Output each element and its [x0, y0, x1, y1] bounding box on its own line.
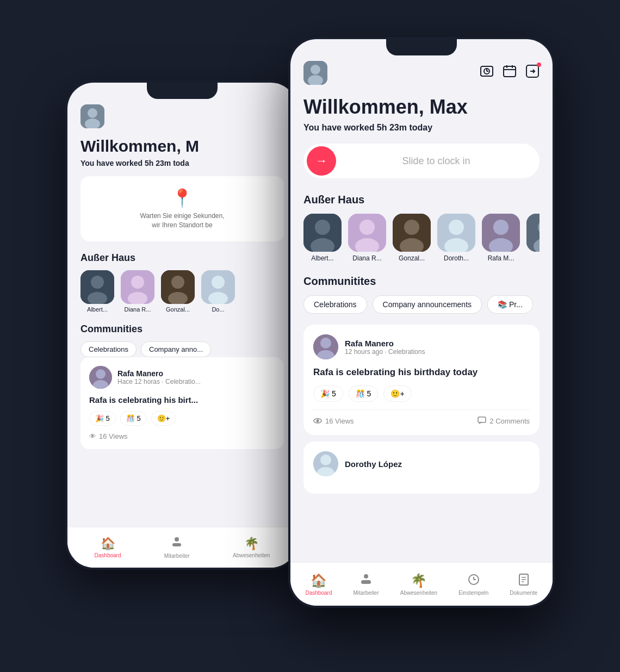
label-rafa-front: Rafa M... [488, 254, 514, 262]
pill-celebrations-back[interactable]: Celebrations [80, 341, 137, 357]
home-icon-back: 🏠 [101, 537, 115, 551]
post-avatar-1-front [313, 334, 338, 359]
post-stats-front: 16 Views 2 Comments [313, 409, 530, 425]
person-icon-back [171, 536, 183, 551]
avatar-albert-back [80, 270, 114, 304]
post-card-2-front: Dorothy López [303, 441, 540, 494]
calendar-icon[interactable] [503, 64, 517, 82]
svg-rect-56 [478, 417, 486, 422]
nav-abwesenheiten-back[interactable]: 🌴 Abwesenheiten [233, 537, 270, 558]
slide-container[interactable]: → Slide to clock in [303, 144, 540, 178]
svg-point-16 [96, 369, 106, 379]
exit-icon[interactable] [525, 64, 540, 82]
home-icon-front: 🏠 [311, 573, 327, 588]
pills-row-back: Celebrations Company anno... [80, 341, 284, 357]
post-header-1-front: Rafa Manero 12 hours ago · Celebrations [313, 334, 530, 359]
reaction-1-back[interactable]: 🎉 5 [89, 411, 116, 426]
palm-icon-back: 🌴 [244, 537, 259, 551]
svg-point-58 [320, 455, 331, 465]
nav-einstempeln-label-front: Einstempeln [458, 590, 488, 596]
person-rafa-front[interactable]: Rafa M... [482, 214, 520, 262]
nav-mitarbeiter-label-back: Mitarbeiter [164, 553, 190, 559]
front-header [303, 61, 540, 85]
post-author-1-front: Rafa Manero [345, 339, 425, 348]
reaction-2-back[interactable]: 🎊 5 [120, 411, 147, 426]
reaction-1-front[interactable]: 🎉 5 [313, 385, 343, 402]
section-ausser-back: Außer Haus [80, 252, 284, 264]
nav-mitarbeiter-back[interactable]: Mitarbeiter [164, 536, 190, 559]
person-diana-back[interactable]: Diana R... [121, 270, 154, 313]
svg-rect-60 [364, 574, 368, 578]
svg-point-21 [311, 65, 320, 74]
bottom-nav-front: 🏠 Dashboard Mitarbeiter 🌴 Abwesenheiten [290, 562, 553, 606]
svg-rect-18 [175, 537, 179, 542]
avatars-row-front: Albert... Diana R... [303, 214, 540, 262]
avatar-front[interactable] [303, 61, 327, 85]
reactions-row-back: 🎉 5 🎊 5 🙂+ [89, 411, 275, 426]
avatar-diana-front [348, 214, 386, 252]
person-c-front[interactable]: C... [526, 214, 540, 262]
timesheet-icon[interactable] [480, 64, 494, 82]
views-icon-back: 👁 [89, 432, 96, 440]
reaction-2-front[interactable]: 🎊 5 [349, 385, 379, 402]
pill-celebrations-front[interactable]: Celebrations [303, 295, 367, 314]
nav-abwesenheiten-front[interactable]: 🌴 Abwesenheiten [400, 573, 437, 596]
phone-back: Willkommen, M You have worked 5h 23m tod… [65, 80, 299, 570]
nav-mitarbeiter-label-front: Mitarbeiter [353, 590, 379, 596]
person-do-back[interactable]: Do... [201, 270, 235, 313]
post-header-2-front: Dorothy López [313, 451, 530, 476]
avatar-gonzal-back [161, 270, 195, 304]
pill-company-back[interactable]: Company anno... [141, 341, 211, 357]
post-info-2-front: Dorothy López [345, 459, 402, 469]
label-do-back: Do... [212, 306, 224, 313]
person-gonzal-back[interactable]: Gonzal... [161, 270, 195, 313]
location-pin-icon: 📍 [171, 188, 193, 208]
pill-company-front[interactable]: Company announcements [373, 295, 482, 314]
slide-arrow-icon: → [315, 154, 327, 168]
nav-dokumente-front[interactable]: Dokumente [510, 573, 537, 596]
slide-button[interactable]: → [307, 146, 336, 176]
nav-dashboard-back[interactable]: 🏠 Dashboard [95, 537, 121, 558]
clock-icon-front [467, 573, 480, 588]
notification-badge [537, 63, 541, 67]
add-reaction-front[interactable]: 🙂+ [383, 385, 411, 402]
post-title-1-front: Rafa is celebrating his birthday today [313, 367, 530, 378]
nav-mitarbeiter-front[interactable]: Mitarbeiter [353, 573, 379, 596]
nav-einstempeln-front[interactable]: Einstempeln [458, 573, 488, 596]
views-text-back: 16 Views [99, 432, 128, 440]
pill-projects-front[interactable]: 📚 Pr... [487, 295, 533, 314]
svg-point-10 [171, 276, 184, 289]
section-communities-front: Communitites [303, 275, 540, 288]
svg-rect-27 [504, 66, 516, 77]
post-card-1-front: Rafa Manero 12 hours ago · Celebrations … [303, 325, 540, 435]
nav-dashboard-front[interactable]: 🏠 Dashboard [306, 573, 332, 596]
worked-text-front: You have worked 5h 23m today [303, 123, 540, 133]
welcome-title-front: Willkommen, Max [303, 96, 540, 119]
avatar-do-back [201, 270, 235, 304]
person-gonzal-front[interactable]: Gonzal... [393, 214, 431, 262]
location-card: 📍 Warten Sie einige Sekunden,wir Ihren S… [80, 176, 284, 241]
svg-point-37 [359, 220, 375, 235]
label-albert-front: Albert... [311, 254, 333, 262]
phone-front: Willkommen, Max You have worked 5h 23m t… [288, 37, 555, 608]
svg-point-40 [404, 220, 419, 235]
dokumente-icon-front [517, 573, 530, 588]
person-diana-front[interactable]: Diana R... [348, 214, 386, 262]
label-gonzal-back: Gonzal... [166, 306, 190, 313]
post-author-2-front: Dorothy López [345, 459, 402, 469]
person-doroth-front[interactable]: Doroth... [437, 214, 475, 262]
views-stat: 16 Views [313, 416, 354, 425]
welcome-title-back: Willkommen, M [80, 137, 284, 155]
worked-text-back: You have worked 5h 23m toda [80, 159, 284, 167]
post-avatar-2-front [313, 451, 338, 476]
post-meta-back: Hace 12 horas · Celebratio... [117, 378, 201, 385]
add-reaction-back[interactable]: 🙂+ [151, 411, 176, 426]
svg-point-46 [493, 220, 509, 235]
person-albert-front[interactable]: Albert... [303, 214, 342, 262]
post-header-back: Rafa Manero Hace 12 horas · Celebratio..… [89, 366, 275, 389]
section-communities-back: Communities [80, 323, 284, 335]
avatar-back[interactable] [80, 104, 104, 128]
person-albert-back[interactable]: Albert... [80, 270, 114, 313]
post-info-1-front: Rafa Manero 12 hours ago · Celebrations [345, 339, 425, 356]
avatars-row-back: Albert... Diana R... [80, 270, 284, 313]
